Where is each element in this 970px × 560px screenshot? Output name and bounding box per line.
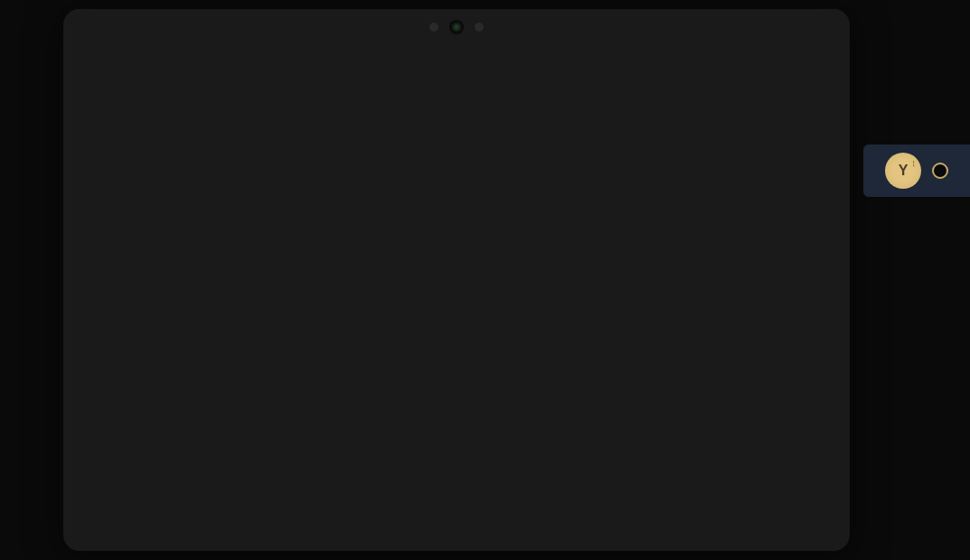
security-key-device: Y ⦚ — [863, 145, 970, 197]
nfc-wave-icon: ⦚ — [912, 160, 916, 168]
sensor-dot — [475, 23, 484, 32]
camera-sensor-cluster — [429, 22, 484, 33]
security-key-keyring-hole — [932, 163, 948, 179]
yubikey-y-icon: Y — [899, 163, 909, 179]
front-camera-icon — [451, 22, 462, 33]
tablet-bezel — [63, 9, 850, 49]
sensor-dot — [429, 23, 438, 32]
tablet-device: Microsoft Sign in No account? Create one… — [63, 9, 850, 551]
security-key-touch-sensor[interactable]: Y ⦚ — [885, 153, 921, 189]
